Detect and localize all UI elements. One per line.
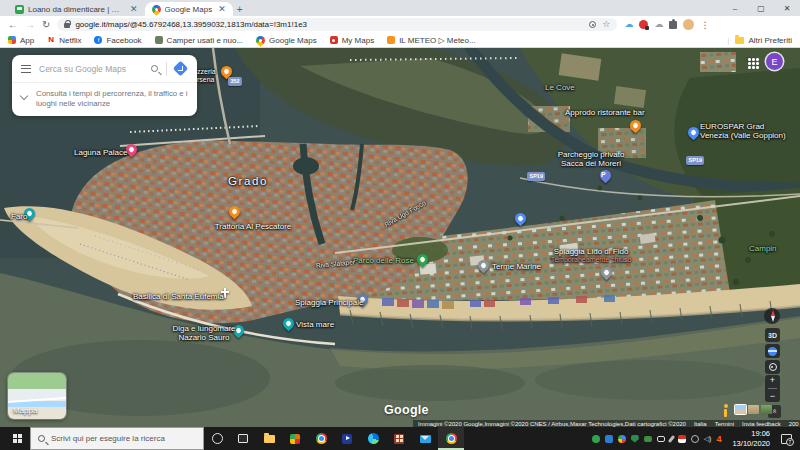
taskbar-search[interactable] bbox=[30, 427, 204, 450]
tray-onedrive-icon[interactable] bbox=[605, 435, 613, 443]
menu-icon[interactable] bbox=[21, 65, 31, 73]
poi-label-approdo[interactable]: Approdo ristorante bar bbox=[565, 108, 645, 117]
poi-label-eurospar[interactable]: EUROSPAR Grad Venezia (Valle Goppion) bbox=[700, 122, 786, 140]
profile-avatar[interactable] bbox=[683, 19, 694, 30]
restaurant-pin-trattoria[interactable] bbox=[227, 204, 243, 220]
poi-label-faro[interactable]: Faro bbox=[11, 212, 27, 221]
tab-close-icon[interactable]: ✕ bbox=[218, 5, 226, 14]
store-button[interactable] bbox=[386, 427, 412, 450]
chrome-active-button[interactable] bbox=[438, 427, 464, 450]
poi-pin-spiaggia-fido[interactable] bbox=[599, 265, 615, 281]
bookmark-star-icon[interactable]: ☆ bbox=[602, 20, 610, 29]
compass-control[interactable] bbox=[764, 308, 780, 324]
poi-label-camping[interactable]: Campin bbox=[749, 244, 777, 253]
file-explorer-button[interactable] bbox=[256, 427, 282, 450]
directions-icon[interactable] bbox=[173, 61, 189, 77]
mail-button[interactable] bbox=[412, 427, 438, 450]
back-icon[interactable]: ← bbox=[8, 20, 18, 30]
imagery-thumbnail-2[interactable] bbox=[748, 405, 759, 414]
bookmark-google-maps[interactable]: Google Maps bbox=[256, 36, 317, 45]
restaurant-pin-approdo[interactable] bbox=[628, 118, 644, 134]
search-icon[interactable] bbox=[151, 65, 158, 72]
account-avatar[interactable]: E bbox=[766, 53, 783, 70]
google-apps-grid-icon[interactable] bbox=[748, 58, 751, 61]
taskbar-search-input[interactable] bbox=[51, 434, 181, 443]
pegman-icon[interactable] bbox=[722, 404, 729, 417]
zoom-in-button[interactable]: + bbox=[770, 376, 775, 385]
bookmark-camper[interactable]: Camper usati e nuo... bbox=[155, 36, 243, 45]
park-pin-parco-delle-rose[interactable] bbox=[415, 252, 431, 268]
extension-cloud-blue-icon[interactable]: ☁ bbox=[624, 20, 633, 29]
poi-label-spiaggia-fido[interactable]: Spiaggia Lido di FidoTemporaneamente chi… bbox=[551, 247, 632, 264]
terms-link[interactable]: Termini bbox=[715, 421, 734, 427]
tray-app-icon[interactable] bbox=[691, 435, 699, 443]
chrome-menu-icon[interactable]: ⋮ bbox=[700, 20, 709, 30]
minimap-toggle[interactable]: Mappa bbox=[8, 373, 66, 419]
bookmark-my-maps[interactable]: My Maps bbox=[330, 36, 374, 45]
poi-label-diga[interactable]: Diga e lungomare Nazario Sauro bbox=[172, 324, 235, 342]
parking-pin[interactable] bbox=[598, 168, 614, 184]
park-label-parco-delle-rose[interactable]: Parco delle Rose bbox=[353, 256, 414, 265]
send-to-device-icon[interactable] bbox=[589, 21, 596, 28]
poi-pin-terme-marine[interactable] bbox=[476, 258, 492, 274]
poi-label-vista-mare[interactable]: Vista mare bbox=[296, 320, 334, 329]
poi-label-trattoria[interactable]: Trattoria Al Pescatore bbox=[215, 222, 292, 231]
map-canvas[interactable]: 352 SP19 SP19 zzeria rsena Le Cove Appro… bbox=[0, 48, 800, 427]
globe-view-button[interactable] bbox=[765, 344, 780, 358]
edge-button[interactable] bbox=[360, 427, 386, 450]
video-app-button[interactable] bbox=[334, 427, 360, 450]
tray-graphics-icon[interactable] bbox=[644, 436, 652, 442]
tab-close-icon[interactable]: ✕ bbox=[130, 5, 138, 14]
tab-google-maps[interactable]: Google Maps ✕ bbox=[145, 2, 233, 16]
attraction-pin-vista-mare[interactable] bbox=[281, 316, 297, 332]
tray-antivirus-icon[interactable] bbox=[678, 435, 686, 443]
extensions-puzzle-icon[interactable] bbox=[669, 21, 677, 29]
supermarket-pin-eurospar[interactable] bbox=[686, 125, 702, 141]
my-location-button[interactable] bbox=[765, 360, 780, 374]
imagery-thumbnail-1[interactable] bbox=[735, 405, 746, 414]
tray-security-shield-icon[interactable] bbox=[631, 435, 639, 443]
shop-pin-unlabeled[interactable] bbox=[513, 211, 529, 227]
close-button[interactable]: ✕ bbox=[774, 0, 800, 16]
action-center-icon[interactable]: 7 bbox=[781, 434, 792, 444]
chevron-down-icon[interactable] bbox=[20, 92, 28, 100]
tray-pen-icon[interactable] bbox=[667, 434, 674, 442]
maps-search-input[interactable] bbox=[39, 64, 143, 74]
reload-icon[interactable]: ↻ bbox=[42, 20, 50, 30]
tray-display-icon[interactable] bbox=[657, 436, 665, 442]
bookmark-netflix[interactable]: NNetflix bbox=[47, 36, 81, 45]
photos-button[interactable] bbox=[282, 427, 308, 450]
tray-drive-icon[interactable] bbox=[618, 435, 626, 443]
poi-label-spiaggia-principale[interactable]: Spiaggia Principale bbox=[295, 298, 364, 307]
poi-label-parcheggio[interactable]: Parcheggio privato Sacca dei Moreri bbox=[558, 150, 625, 168]
extension-adblock-icon[interactable] bbox=[639, 20, 648, 29]
poi-label-pizzeria[interactable]: zzeria rsena bbox=[197, 68, 216, 84]
bookmark-app[interactable]: App bbox=[8, 36, 34, 45]
omnibox[interactable]: google.it/maps/@45.6792468,13.3959032,18… bbox=[57, 18, 617, 31]
task-view-button[interactable] bbox=[230, 427, 256, 450]
bookmark-ilmeteo[interactable]: IL METEO ▷ Meteo... bbox=[387, 36, 476, 45]
chrome-button[interactable] bbox=[308, 427, 334, 450]
update-badge-icon[interactable]: 4 bbox=[716, 435, 721, 443]
suggestion-row[interactable]: Consulta i tempi di percorrenza, il traf… bbox=[12, 82, 197, 116]
country-link[interactable]: Italia bbox=[694, 421, 707, 427]
imagery-thumbnail-3[interactable] bbox=[761, 405, 772, 414]
minimize-button[interactable]: – bbox=[722, 0, 748, 16]
tilt-3d-button[interactable]: 3D bbox=[765, 328, 780, 342]
bookmark-facebook[interactable]: fFacebook bbox=[94, 36, 141, 45]
tray-sync-ok-icon[interactable] bbox=[592, 435, 600, 443]
start-button[interactable] bbox=[4, 427, 30, 450]
new-tab-button[interactable]: + bbox=[233, 2, 247, 16]
cortana-button[interactable] bbox=[204, 427, 230, 450]
tab-loano[interactable]: Loano da dimenticare | Pagina 5 ✕ bbox=[8, 2, 145, 16]
other-bookmarks-button[interactable]: Altri Preferiti bbox=[735, 36, 792, 45]
url-text[interactable]: google.it/maps/@45.6792468,13.3959032,18… bbox=[75, 20, 307, 29]
forward-icon[interactable]: → bbox=[25, 20, 35, 30]
taskbar-clock[interactable]: 19:06 13/10/2020 bbox=[726, 429, 776, 448]
extension-cloud-grey-icon[interactable]: ☁ bbox=[654, 20, 663, 29]
poi-label-laguna-palace[interactable]: Laguna Palace bbox=[74, 148, 127, 157]
volume-icon[interactable]: ◁) bbox=[704, 435, 712, 443]
poi-label-basilica[interactable]: Basilica di Santa Eufemia bbox=[133, 292, 224, 301]
zoom-out-button[interactable]: − bbox=[770, 392, 775, 401]
feedback-link[interactable]: Invia feedback bbox=[742, 421, 781, 427]
